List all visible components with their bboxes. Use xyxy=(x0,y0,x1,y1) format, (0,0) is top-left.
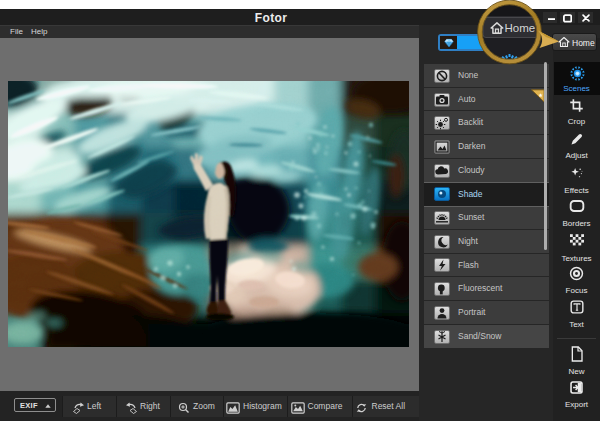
svg-text:Home: Home xyxy=(505,22,536,34)
